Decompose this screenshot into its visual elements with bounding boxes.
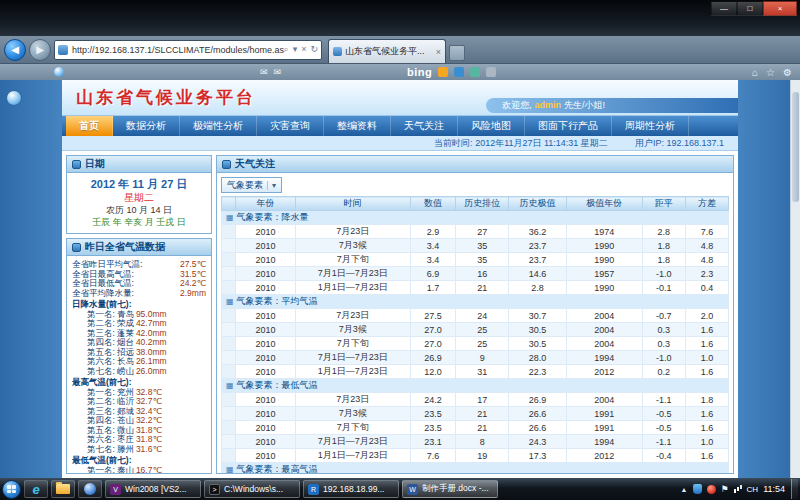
- show-desktop-button[interactable]: [791, 479, 798, 499]
- rank-label: 第五名:: [87, 347, 115, 357]
- group-row[interactable]: ▦气象要素：最高气温: [222, 463, 729, 474]
- taskbar-explorer-icon[interactable]: [51, 480, 75, 498]
- menu-item-9[interactable]: 周期性分析: [612, 116, 689, 136]
- browser-tab[interactable]: 山东省气候业务平... ×: [328, 39, 446, 63]
- tray-expand-icon[interactable]: ▲: [681, 486, 688, 493]
- group-row[interactable]: ▦气象要素：降水量: [222, 211, 729, 225]
- back-icon: ◀: [11, 44, 19, 55]
- table-row[interactable]: 20101月1日—7月23日7.61917.32012-0.41.6: [222, 449, 729, 463]
- search-icon[interactable]: ⌕: [284, 44, 289, 55]
- table-row[interactable]: 20107月下旬23.52126.61991-0.51.6: [222, 421, 729, 435]
- toolbar-plugin2-icon[interactable]: [454, 67, 464, 77]
- toolbar-plugin4-icon[interactable]: [486, 67, 496, 77]
- table-row[interactable]: 20107月3候27.02530.520040.31.6: [222, 323, 729, 337]
- menu-item-5[interactable]: 整编资料: [324, 116, 391, 136]
- address-dropdown-caret-icon[interactable]: ▾: [293, 44, 298, 55]
- cell: 21: [455, 281, 508, 295]
- lunar-date-line: 农历 10 月 14 日: [69, 204, 209, 216]
- cell: 25: [455, 323, 508, 337]
- taskbar-clock[interactable]: 11:54: [763, 484, 785, 494]
- group-row[interactable]: ▦气象要素：最低气温: [222, 379, 729, 393]
- mail2-icon[interactable]: ✉: [274, 67, 282, 77]
- window-titlebar: [0, 0, 800, 36]
- cell: 1974: [566, 225, 642, 239]
- row-select-cell: [222, 421, 236, 435]
- station-name: 郯城: [117, 406, 134, 416]
- taskbar-button-3[interactable]: R192.168.18.99...: [303, 480, 399, 498]
- table-row[interactable]: 20107月23日2.92736.219742.87.6: [222, 225, 729, 239]
- cell: 7月1日—7月23日: [295, 267, 410, 281]
- bing-logo[interactable]: bing: [407, 66, 432, 78]
- forward-button[interactable]: ▶: [29, 39, 51, 61]
- security-shield-icon[interactable]: [693, 484, 702, 494]
- group-expand-icon[interactable]: ▦: [226, 465, 234, 473]
- group-expand-icon[interactable]: ▦: [226, 297, 234, 306]
- group-expand-icon[interactable]: ▦: [226, 213, 234, 222]
- tools-gear-icon[interactable]: ⚙: [783, 67, 792, 78]
- cell: 1994: [566, 351, 642, 365]
- stop-icon[interactable]: ×: [301, 44, 306, 55]
- column-header: 距平: [642, 197, 685, 211]
- menu-item-2[interactable]: 数据分析: [113, 116, 180, 136]
- new-tab-button[interactable]: [449, 45, 465, 61]
- notification-badge-icon[interactable]: [707, 485, 716, 494]
- group-title: 气象要素：最高气温: [237, 464, 318, 473]
- table-row[interactable]: 20107月1日—7月23日6.91614.61957-1.02.3: [222, 267, 729, 281]
- element-filter-button[interactable]: 气象要素 ▾: [221, 177, 282, 193]
- row-select-cell: [222, 239, 236, 253]
- table-row[interactable]: 20107月23日27.52430.72004-0.72.0: [222, 309, 729, 323]
- taskbar: e VWin2008 [VS2...>C:\Windows\s...R192.1…: [0, 478, 800, 500]
- taskbar-ie-icon[interactable]: e: [24, 480, 48, 498]
- menu-item-8[interactable]: 图面下行产品: [525, 116, 612, 136]
- table-row[interactable]: 20107月3候3.43523.719901.84.8: [222, 239, 729, 253]
- menu-item-6[interactable]: 天气关注: [391, 116, 458, 136]
- refresh-icon[interactable]: ↻: [310, 44, 318, 55]
- favorites-star-icon[interactable]: ☆: [766, 67, 775, 78]
- mail-icon[interactable]: ✉: [260, 67, 268, 77]
- minimize-button[interactable]: —: [711, 1, 737, 16]
- select-column-header: [222, 197, 236, 211]
- menu-item-3[interactable]: 极端性分析: [180, 116, 257, 136]
- media-player-icon: [84, 483, 96, 495]
- taskbar-button-2[interactable]: >C:\Windows\s...: [204, 480, 300, 498]
- back-button[interactable]: ◀: [4, 39, 26, 61]
- group-expand-icon[interactable]: ▦: [226, 381, 234, 390]
- menu-item-7[interactable]: 风险地图: [458, 116, 525, 136]
- menu-item-4[interactable]: 灾害查询: [257, 116, 324, 136]
- cell: 0.3: [642, 337, 685, 351]
- language-indicator[interactable]: CH: [747, 485, 759, 494]
- cell: 1月1日—7月23日: [295, 365, 410, 379]
- rank-label: 第二名:: [87, 396, 115, 406]
- taskbar-media-icon[interactable]: [78, 480, 102, 498]
- floating-ball-icon[interactable]: [6, 90, 22, 106]
- table-row[interactable]: 20107月下旬27.02530.520040.31.6: [222, 337, 729, 351]
- group-row[interactable]: ▦气象要素：平均气温: [222, 295, 729, 309]
- network-icon[interactable]: [734, 489, 736, 493]
- table-row[interactable]: 20107月3候23.52126.61991-0.51.6: [222, 407, 729, 421]
- table-row[interactable]: 20107月1日—7月23日23.1824.31994-1.11.0: [222, 435, 729, 449]
- rank-label: 第六名:: [87, 434, 115, 444]
- cell: 19: [455, 449, 508, 463]
- menu-item-1[interactable]: 首页: [66, 116, 113, 136]
- taskbar-button-4[interactable]: W制作手册.docx -...: [402, 480, 498, 498]
- element-filter-label: 气象要素: [227, 179, 263, 192]
- start-button[interactable]: [2, 480, 21, 499]
- maximize-button[interactable]: □: [737, 1, 763, 16]
- toolbar-plugin1-icon[interactable]: [438, 67, 448, 77]
- table-row[interactable]: 20107月23日24.21726.92004-1.11.8: [222, 393, 729, 407]
- address-bar[interactable]: http://192.168.137.1/SLCCLIMATE/modules/…: [54, 40, 322, 60]
- close-button[interactable]: ×: [763, 1, 797, 16]
- table-row[interactable]: 20107月1日—7月23日26.9928.01994-1.01.0: [222, 351, 729, 365]
- table-row[interactable]: 20101月1日—7月23日1.7212.81990-0.10.4: [222, 281, 729, 295]
- page-scrollbar[interactable]: [790, 80, 800, 478]
- tab-close-icon[interactable]: ×: [436, 47, 441, 57]
- home-icon[interactable]: ⌂: [752, 67, 758, 78]
- toolbar-plugin3-icon[interactable]: [470, 67, 480, 77]
- action-center-flag-icon[interactable]: ⚑: [721, 484, 729, 494]
- table-row[interactable]: 20107月下旬3.43523.719901.84.8: [222, 253, 729, 267]
- table-row[interactable]: 20101月1日—7月23日12.03122.320120.21.6: [222, 365, 729, 379]
- cell: 1.7: [410, 281, 455, 295]
- taskbar-button-1[interactable]: VWin2008 [VS2...: [105, 480, 201, 498]
- toolbar-ball-icon[interactable]: [54, 67, 64, 77]
- scrollbar-thumb[interactable]: [792, 92, 799, 202]
